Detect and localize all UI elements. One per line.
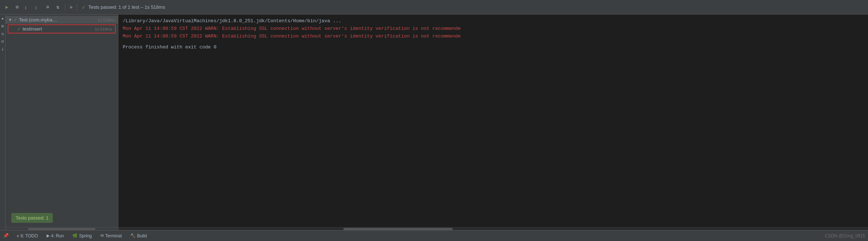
left-sidebar: ◈ ⊞ ◷ ⊡ ⤓ [0, 15, 5, 230]
console-line-process: Process finished with exit code 0 [123, 44, 864, 51]
test-tree-panel: ▼ ✓ Test (com.myba… 1s 518ms ✓ testInser… [5, 15, 118, 230]
toolbar-separator [65, 4, 65, 11]
sort-button[interactable]: ≡ [44, 3, 52, 11]
tree-spacer [5, 113, 118, 209]
status-text: Tests passed: 1 of 1 test – 1s 518ms [88, 4, 165, 10]
tab-terminal-label: Terminal [105, 233, 122, 238]
run-toolbar: ▶ ⊘ ↕ ↕ ≡ ⇅ » ✓ Tests passed: 1 of 1 tes… [0, 0, 868, 15]
sidebar-icon-3[interactable]: ◷ [0, 31, 5, 36]
sidebar-icon-4[interactable]: ⊡ [0, 39, 5, 44]
root-item-time: 1s 518ms [98, 18, 115, 22]
tests-passed-badge: Tests passed: 1 [11, 213, 53, 223]
sidebar-icon-1[interactable]: ◈ [0, 16, 5, 21]
tree-item-testinsert[interactable]: ✓ testInsert 1s 518ms [8, 24, 116, 33]
console-line-path: /Library/Java/JavaVirtualMachines/jdk1.8… [123, 17, 864, 25]
console-line-warn-2: Mon Apr 11 14:00:59 CST 2022 WARN: Estab… [123, 33, 864, 40]
tab-terminal[interactable]: ✉ Terminal [97, 232, 125, 240]
svg-text:↕: ↕ [35, 5, 38, 10]
tab-spring-label: Spring [79, 233, 92, 238]
console-line-empty [123, 40, 864, 44]
console-scrollbar-thumb[interactable] [343, 228, 453, 230]
tree-scrollbar[interactable] [5, 227, 118, 230]
build-icon: 🔨 [130, 233, 135, 238]
console-content: /Library/Java/JavaVirtualMachines/jdk1.8… [118, 15, 868, 227]
stop-button[interactable]: ⊘ [13, 3, 21, 11]
tree-arrow-icon: ▼ [8, 18, 12, 22]
root-item-name: Test (com.myba… [19, 17, 98, 23]
test-status-bar: ✓ Tests passed: 1 of 1 test – 1s 518ms [82, 4, 165, 10]
console-scrollbar[interactable] [118, 227, 868, 230]
badge-container: Tests passed: 1 [5, 209, 118, 227]
sidebar-icon-5[interactable]: ⤓ [0, 47, 5, 51]
test-tree-content: ▼ ✓ Test (com.myba… 1s 518ms ✓ testInser… [5, 15, 118, 113]
status-check-icon: ✓ [82, 4, 86, 10]
tab-spring[interactable]: 🌿 Spring [69, 232, 95, 240]
tab-todo-label: 6: TODO [20, 233, 38, 238]
console-line-warn-1: Mon Apr 11 14:00:59 CST 2022 WARN: Estab… [123, 25, 864, 33]
pin-icon[interactable]: 📌 [3, 233, 9, 239]
rerun-button[interactable]: ↕ [33, 3, 42, 11]
child-item-time: 1s 518ms [95, 27, 112, 31]
svg-text:↕: ↕ [24, 5, 27, 10]
more-actions-button[interactable]: » [68, 4, 74, 10]
root-check-icon: ✓ [13, 17, 17, 23]
filter-button[interactable]: ⇅ [54, 3, 62, 11]
main-content: ◈ ⊞ ◷ ⊡ ⤓ ▼ ✓ Test (com.myba… 1s 518ms ✓… [0, 15, 868, 230]
todo-icon: ≡ [17, 234, 19, 238]
toolbar-separator-2 [77, 4, 77, 11]
sidebar-icon-2[interactable]: ⊞ [0, 24, 5, 28]
terminal-icon: ✉ [100, 233, 104, 238]
run-tab-icon: ▶ [47, 233, 50, 238]
tree-item-root[interactable]: ▼ ✓ Test (com.myba… 1s 518ms [5, 16, 118, 24]
bottom-toolbar: 📌 ≡ 6: TODO ▶ 4: Run 🌿 Spring ✉ Terminal… [0, 230, 868, 241]
tab-run-label: 4: Run [51, 233, 64, 238]
tab-todo[interactable]: ≡ 6: TODO [13, 232, 42, 240]
rerun-failed-button[interactable]: ↕ [23, 3, 31, 11]
child-item-name: testInsert [23, 26, 95, 32]
tab-run[interactable]: ▶ 4: Run [43, 232, 67, 240]
spring-icon: 🌿 [72, 233, 78, 238]
tab-build-label: Build [137, 233, 147, 238]
tab-build[interactable]: 🔨 Build [127, 232, 150, 240]
bottom-right-info: CSDN @Zong_0915 [825, 233, 865, 238]
child-check-icon: ✓ [17, 26, 21, 32]
run-button[interactable]: ▶ [3, 3, 11, 11]
console-area: /Library/Java/JavaVirtualMachines/jdk1.8… [118, 15, 868, 230]
